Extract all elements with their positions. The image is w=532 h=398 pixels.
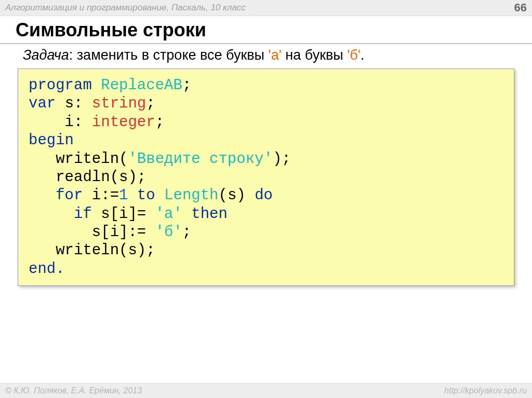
task-lit-a: 'а'	[269, 47, 282, 63]
task-label: Задача	[23, 47, 69, 63]
title-divider	[0, 43, 532, 44]
call-writeln1b: );	[273, 150, 291, 168]
task-tail: .	[361, 47, 365, 63]
num-1: 1	[119, 187, 128, 204]
task-part2: на буквы	[282, 47, 347, 63]
call-writeln1a: writeln(	[29, 150, 128, 168]
char-b: 'б'	[155, 224, 182, 241]
decl-s: s:	[65, 95, 92, 112]
slide-page: Алгоритмизация и программирование, Паска…	[0, 0, 532, 398]
task-sep: :	[69, 47, 77, 63]
kw-for: for	[29, 187, 92, 204]
kw-then: then	[182, 205, 228, 223]
kw-to: to	[128, 187, 164, 204]
type-integer: integer	[92, 114, 155, 131]
slide-title: Символьные строки	[16, 19, 516, 41]
kw-begin: begin	[29, 132, 74, 149]
type-string: string	[92, 95, 146, 112]
page-number: 66	[514, 1, 527, 15]
task-part1: заменить в строке все буквы	[77, 47, 269, 63]
footer-left: © К.Ю. Поляков, Е.А. Ерёмин, 2013	[5, 386, 142, 395]
char-a: 'а'	[155, 205, 182, 223]
semi: ;	[146, 95, 155, 112]
semi: ;	[182, 224, 191, 241]
semi: ;	[155, 114, 164, 131]
header-breadcrumb: Алгоритмизация и программирование, Паска…	[5, 3, 246, 13]
kw-program: program	[29, 77, 101, 94]
code-block: program ReplaceAB; var s: string; i: int…	[18, 68, 514, 286]
if-cond: s[i]=	[101, 205, 155, 223]
len-arg: (s)	[219, 187, 255, 204]
string-literal-1: 'Введите строку'	[128, 150, 272, 168]
call-writeln2: writeln(s);	[29, 242, 155, 259]
header-bar: Алгоритмизация и программирование, Паска…	[0, 0, 532, 16]
call-readln: readln(s);	[29, 169, 146, 186]
for-assign: i:=	[92, 187, 119, 204]
footer-right: http://kpolyakov.spb.ru	[444, 386, 527, 395]
program-name: ReplaceAB	[101, 77, 182, 94]
kw-end: end.	[29, 260, 65, 278]
assign: s[i]:=	[29, 224, 155, 241]
kw-var: var	[29, 95, 65, 112]
kw-if: if	[29, 205, 101, 223]
semi: ;	[182, 77, 191, 94]
decl-i: i:	[29, 114, 92, 131]
task-line: Задача: заменить в строке все буквы 'а' …	[0, 47, 532, 68]
title-bar: Символьные строки	[0, 16, 532, 42]
kw-do: do	[255, 187, 273, 204]
task-lit-b: 'б'	[347, 47, 361, 63]
footer-bar: © К.Ю. Поляков, Е.А. Ерёмин, 2013 http:/…	[0, 383, 532, 398]
fn-length: Length	[164, 187, 218, 204]
